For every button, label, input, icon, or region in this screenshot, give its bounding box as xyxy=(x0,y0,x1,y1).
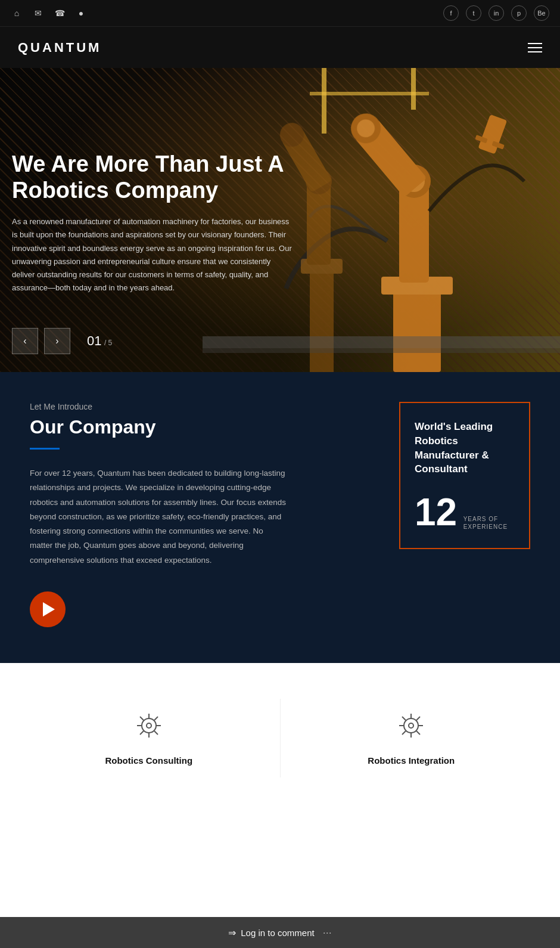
svg-line-39 xyxy=(402,717,406,720)
svg-line-42 xyxy=(402,731,406,735)
login-bar: ⇒ Log in to comment ··· xyxy=(0,917,560,948)
next-slide-button[interactable]: › xyxy=(44,328,70,354)
service-title-integration: Robotics Integration xyxy=(298,755,525,766)
behance-icon[interactable]: Be xyxy=(534,5,549,21)
svg-line-31 xyxy=(154,717,158,720)
stats-number: 12 xyxy=(415,493,457,531)
login-label[interactable]: Log in to comment xyxy=(241,928,314,938)
spacer xyxy=(0,801,560,921)
slide-total: 5 xyxy=(108,339,113,347)
svg-line-30 xyxy=(154,731,158,735)
robotics-integration-icon xyxy=(298,711,525,746)
header: QUANTUM xyxy=(0,26,560,68)
intro-right: World's Leading Robotics Manufacturer & … xyxy=(399,402,530,549)
services-section: Robotics Consulting Robotics Integration xyxy=(0,663,560,801)
slide-current: 01 xyxy=(87,333,101,348)
stats-box-title: World's Leading Robotics Manufacturer & … xyxy=(415,420,515,476)
svg-rect-15 xyxy=(310,271,334,372)
svg-line-40 xyxy=(416,731,420,735)
intro-section: Let Me Introduce Our Company For over 12… xyxy=(0,372,560,663)
more-options-button[interactable]: ··· xyxy=(323,927,332,939)
logo: QUANTUM xyxy=(18,40,101,55)
play-video-button[interactable] xyxy=(30,591,66,627)
pinterest-icon[interactable]: p xyxy=(511,5,527,21)
home-icon[interactable]: ⌂ xyxy=(11,7,23,19)
top-bar-nav: ⌂ ✉ ☎ ● xyxy=(11,7,87,19)
hero-description: As a renowned manufacturer of automation… xyxy=(12,215,292,295)
service-title-consulting: Robotics Consulting xyxy=(36,755,262,766)
hero-section: We Are More Than Just A Robotics Company… xyxy=(0,68,560,372)
intro-label: Let Me Introduce xyxy=(30,402,375,411)
hero-title: We Are More Than Just A Robotics Company xyxy=(12,151,310,203)
slide-separator: / xyxy=(104,339,108,347)
svg-rect-21 xyxy=(203,336,560,348)
login-icon: ⇒ xyxy=(228,927,236,938)
stats-box: World's Leading Robotics Manufacturer & … xyxy=(399,402,530,549)
intro-underline xyxy=(30,448,60,450)
top-bar: ⌂ ✉ ☎ ● f t in p Be xyxy=(0,0,560,26)
svg-line-32 xyxy=(140,731,144,735)
login-button[interactable]: ⇒ Log in to comment xyxy=(228,927,314,938)
svg-rect-22 xyxy=(203,348,560,353)
svg-point-23 xyxy=(142,718,156,733)
twitter-icon[interactable]: t xyxy=(466,5,481,21)
intro-left: Let Me Introduce Our Company For over 12… xyxy=(30,402,375,627)
social-links: f t in p Be xyxy=(443,5,549,21)
svg-rect-3 xyxy=(310,92,429,95)
menu-button[interactable] xyxy=(528,43,542,52)
svg-line-29 xyxy=(140,717,144,720)
instagram-icon[interactable]: in xyxy=(489,5,504,21)
svg-point-24 xyxy=(147,723,151,728)
mail-icon[interactable]: ✉ xyxy=(32,7,44,19)
service-item-consulting: Robotics Consulting xyxy=(18,699,281,777)
svg-rect-1 xyxy=(322,68,326,134)
info-icon[interactable]: ● xyxy=(75,7,87,19)
svg-point-33 xyxy=(404,718,418,733)
hero-content: We Are More Than Just A Robotics Company… xyxy=(12,151,310,295)
svg-rect-4 xyxy=(393,289,441,372)
svg-point-34 xyxy=(409,723,413,728)
svg-line-41 xyxy=(416,717,420,720)
prev-slide-button[interactable]: ‹ xyxy=(12,328,38,354)
svg-rect-2 xyxy=(411,68,416,110)
intro-title: Our Company xyxy=(30,416,375,438)
hero-controls: ‹ › 01 / 5 xyxy=(12,328,112,354)
service-item-integration: Robotics Integration xyxy=(281,699,543,777)
robotics-consulting-icon xyxy=(36,711,262,746)
intro-body: For over 12 years, Quantum has been dedi… xyxy=(30,466,286,568)
facebook-icon[interactable]: f xyxy=(443,5,459,21)
stats-years: YEARS OF EXPERIENCE xyxy=(463,515,508,531)
phone-icon[interactable]: ☎ xyxy=(54,7,66,19)
